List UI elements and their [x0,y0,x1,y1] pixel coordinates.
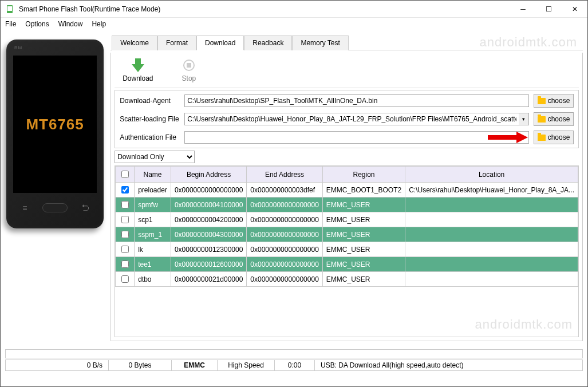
status-mode: High Speed [218,360,275,370]
cell-begin: 0x0000000012600000 [171,257,246,272]
table-row[interactable]: dtbo0x0000000021d000000x0000000000000000… [116,272,578,287]
stop-label: Stop [182,74,196,82]
table-row[interactable]: sspm_10x00000000043000000x00000000000000… [116,227,578,242]
download-button[interactable]: Download [123,58,153,82]
download-label: Download [123,74,153,82]
tab-readback[interactable]: Readback [244,35,292,50]
menu-options[interactable]: Options [25,20,49,28]
row-checkbox[interactable] [121,246,129,253]
cell-begin: 0x0000000021d00000 [171,272,246,287]
row-checkbox[interactable] [121,260,129,268]
titlebar: Smart Phone Flash Tool(Runtime Trace Mod… [1,1,587,18]
tab-memory-test[interactable]: Memory Test [292,35,348,50]
cell-location [405,242,578,257]
svg-rect-1 [7,6,12,11]
download-agent-label: Download-Agent [120,97,180,105]
watermark: androidmtk.com [479,35,577,50]
folder-icon [538,135,546,141]
menu-file[interactable]: File [5,20,16,28]
cell-name: dtbo [135,272,171,287]
table-row[interactable]: lk0x00000000123000000x0000000000000000EM… [116,242,578,257]
cell-location [405,272,578,287]
cell-region: EMMC_USER [322,272,405,287]
cell-region: EMMC_USER [322,212,405,227]
close-button[interactable]: ✕ [562,1,587,18]
cell-begin: 0x0000000004200000 [171,212,246,227]
phone-preview-pane: BM MT6765 ≡ ⮌ [5,35,105,341]
cell-begin: 0x0000000004100000 [171,198,246,212]
partition-table: Name Begin Address End Address Region Lo… [115,165,579,337]
cell-region: EMMC_BOOT1_BOOT2 [322,183,405,198]
tab-bar: Welcome Format Download Readback Memory … [111,35,583,50]
window-title: Smart Phone Flash Tool(Runtime Trace Mod… [19,5,510,13]
menu-window[interactable]: Window [58,20,83,28]
cell-name: sspm_1 [135,227,171,242]
svg-rect-3 [187,63,191,68]
tab-content-download: Download Stop Download-Agent [111,53,583,341]
status-usb: USB: DA Download All(high speed,auto det… [315,360,582,370]
cell-begin: 0x0000000004300000 [171,227,246,242]
tab-welcome[interactable]: Welcome [112,35,157,50]
row-checkbox[interactable] [121,216,129,223]
scatter-dropdown-button[interactable]: ▾ [519,113,529,125]
row-checkbox[interactable] [121,201,129,208]
status-time: 0:00 [275,360,315,370]
cell-begin: 0x0000000000000000 [171,183,246,198]
select-all-checkbox[interactable] [121,171,129,178]
phone-mockup: BM MT6765 ≡ ⮌ [6,40,104,228]
col-region[interactable]: Region [322,167,405,183]
status-speed: 0 B/s [6,360,109,370]
cell-name: tee1 [135,257,171,272]
cell-region: EMMC_USER [322,198,405,212]
download-mode-select[interactable]: Download Only [115,151,195,163]
table-row[interactable]: tee10x00000000126000000x0000000000000000… [116,257,578,272]
cell-location [405,212,578,227]
table-row[interactable]: spmfw0x00000000041000000x000000000000000… [116,198,578,212]
stop-icon [182,58,196,72]
menu-softkey-icon: ≡ [19,204,30,211]
folder-icon [538,116,546,123]
cell-name: scp1 [135,212,171,227]
cell-end: 0x0000000000000000 [247,272,322,287]
tab-format[interactable]: Format [157,35,196,50]
col-name[interactable]: Name [135,167,171,183]
cell-end: 0x0000000000000000 [247,198,322,212]
cell-end: 0x0000000000000000 [247,257,322,272]
table-row[interactable]: scp10x00000000042000000x0000000000000000… [116,212,578,227]
app-icon [5,5,14,14]
col-location[interactable]: Location [405,167,578,183]
col-begin[interactable]: Begin Address [171,167,246,183]
cell-name: preloader [135,183,171,198]
auth-label: Authentication File [120,133,180,141]
menu-help[interactable]: Help [92,20,106,28]
phone-brand: BM [14,45,22,50]
cell-location [405,257,578,272]
auth-input[interactable] [184,131,529,144]
row-checkbox[interactable] [121,231,129,238]
status-bar: 0 B/s 0 Bytes EMMC High Speed 0:00 USB: … [5,360,583,371]
table-row[interactable]: preloader0x00000000000000000x00000000000… [116,183,578,198]
choose-scatter-button[interactable]: choose [534,112,574,126]
row-checkbox[interactable] [121,186,129,194]
choose-auth-button[interactable]: choose [534,131,574,144]
col-end[interactable]: End Address [247,167,322,183]
cell-name: lk [135,242,171,257]
download-agent-input[interactable] [184,94,529,107]
cell-region: EMMC_USER [322,242,405,257]
back-softkey-icon: ⮌ [80,204,91,211]
cell-location [405,227,578,242]
cell-end: 0x000000000003dfef [247,183,322,198]
choose-da-button[interactable]: choose [534,94,574,108]
maximize-button[interactable]: ☐ [536,1,562,18]
cell-end: 0x0000000000000000 [247,242,322,257]
cell-end: 0x0000000000000000 [247,227,322,242]
scatter-input[interactable] [184,113,519,125]
download-arrow-icon [131,58,145,72]
status-storage: EMMC [172,360,218,370]
stop-button[interactable]: Stop [182,58,196,82]
tab-download[interactable]: Download [196,35,244,50]
folder-icon [538,98,546,104]
home-button-icon [42,203,68,212]
row-checkbox[interactable] [121,275,129,283]
minimize-button[interactable]: ─ [510,1,536,18]
